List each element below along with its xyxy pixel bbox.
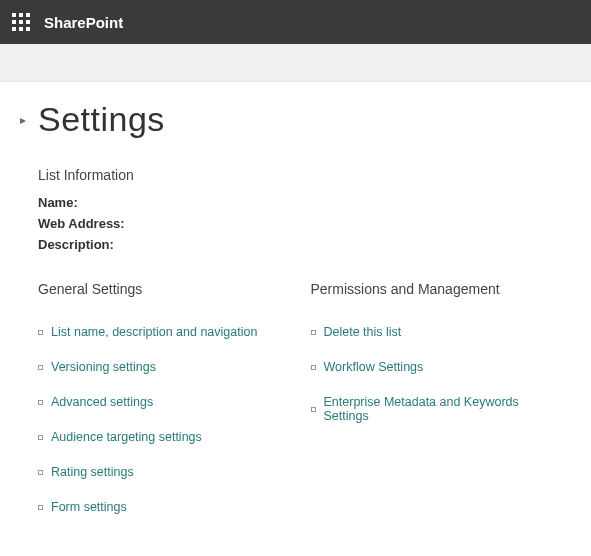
- list-item: List name, description and navigation: [38, 325, 291, 339]
- link-delete-list[interactable]: Delete this list: [324, 325, 402, 339]
- permissions-list: Delete this list Workflow Settings Enter…: [311, 325, 564, 423]
- bullet-icon: [38, 435, 43, 440]
- permissions-heading: Permissions and Management: [311, 281, 564, 297]
- bullet-icon: [311, 330, 316, 335]
- link-rating-settings[interactable]: Rating settings: [51, 465, 134, 479]
- settings-columns: General Settings List name, description …: [20, 281, 563, 535]
- link-advanced-settings[interactable]: Advanced settings: [51, 395, 153, 409]
- bullet-icon: [38, 400, 43, 405]
- list-information-heading: List Information: [38, 167, 563, 183]
- general-settings-heading: General Settings: [38, 281, 291, 297]
- list-item: Workflow Settings: [311, 360, 564, 374]
- list-item: Advanced settings: [38, 395, 291, 409]
- list-description-label: Description:: [38, 235, 563, 256]
- top-bar: SharePoint: [0, 0, 591, 44]
- brand-label: SharePoint: [44, 14, 123, 31]
- bullet-icon: [311, 365, 316, 370]
- page-title: Settings: [38, 100, 165, 139]
- list-item: Delete this list: [311, 325, 564, 339]
- general-settings-list: List name, description and navigation Ve…: [38, 325, 291, 514]
- breadcrumb-caret-icon[interactable]: ▸: [20, 113, 26, 127]
- list-item: Rating settings: [38, 465, 291, 479]
- link-workflow-settings[interactable]: Workflow Settings: [324, 360, 424, 374]
- list-item: Audience targeting settings: [38, 430, 291, 444]
- permissions-column: Permissions and Management Delete this l…: [311, 281, 564, 535]
- bullet-icon: [38, 505, 43, 510]
- link-versioning-settings[interactable]: Versioning settings: [51, 360, 156, 374]
- bullet-icon: [38, 365, 43, 370]
- link-enterprise-metadata[interactable]: Enterprise Metadata and Keywords Setting…: [324, 395, 564, 423]
- list-information-block: List Information Name: Web Address: Desc…: [20, 167, 563, 255]
- ribbon-bar: [0, 44, 591, 82]
- list-item: Form settings: [38, 500, 291, 514]
- list-webaddress-label: Web Address:: [38, 214, 563, 235]
- app-launcher-icon[interactable]: [12, 13, 30, 31]
- list-name-label: Name:: [38, 193, 563, 214]
- title-row: ▸ Settings: [20, 100, 563, 139]
- content-area: ▸ Settings List Information Name: Web Ad…: [0, 82, 591, 545]
- bullet-icon: [38, 470, 43, 475]
- bullet-icon: [311, 407, 316, 412]
- link-list-name-desc-nav[interactable]: List name, description and navigation: [51, 325, 257, 339]
- link-audience-targeting[interactable]: Audience targeting settings: [51, 430, 202, 444]
- bullet-icon: [38, 330, 43, 335]
- link-form-settings[interactable]: Form settings: [51, 500, 127, 514]
- list-item: Enterprise Metadata and Keywords Setting…: [311, 395, 564, 423]
- general-settings-column: General Settings List name, description …: [38, 281, 291, 535]
- list-item: Versioning settings: [38, 360, 291, 374]
